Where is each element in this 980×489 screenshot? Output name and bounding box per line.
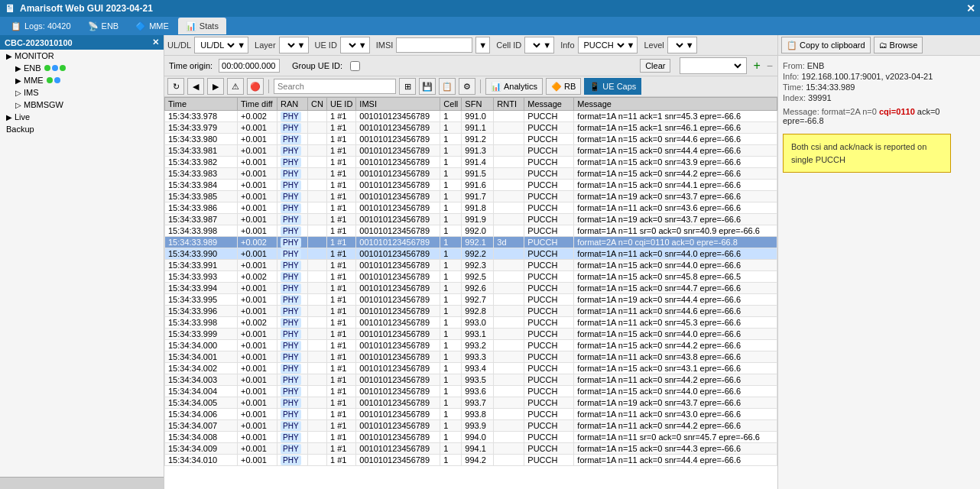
refresh-button[interactable]: ↻ [167, 78, 184, 95]
table-row[interactable]: 15:34:33.979+0.001PHY1 #1001010123456789… [165, 122, 777, 134]
uudl-select[interactable]: UL/DLULDL ▼ [194, 37, 248, 53]
ueid-select-input[interactable] [343, 40, 359, 50]
tab-enb[interactable]: 📡 ENB [80, 18, 127, 34]
table-row[interactable]: 15:34:33.999+0.001PHY1 #1001010123456789… [165, 329, 777, 340]
imsi-select[interactable]: ▼ [475, 37, 490, 53]
table-cell [494, 180, 524, 191]
table-row[interactable]: 15:34:33.998+0.002PHY1 #1001010123456789… [165, 317, 777, 329]
col-header-imsi[interactable]: IMSI [356, 98, 440, 111]
table-cell: PUCCH [524, 397, 574, 409]
time-origin-input[interactable] [219, 59, 280, 73]
log-container[interactable]: Time Time diff RAN CN UE ID IMSI Cell SF… [164, 97, 777, 489]
table-row[interactable]: 15:34:34.007+0.001PHY1 #1001010123456789… [165, 420, 777, 432]
tab-logs-label: Logs: 40420 [24, 21, 71, 31]
table-row[interactable]: 15:34:33.982+0.001PHY1 #1001010123456789… [165, 157, 777, 168]
table-row[interactable]: 15:34:34.010+0.001PHY1 #1001010123456789… [165, 455, 777, 466]
table-row[interactable]: 15:34:34.009+0.001PHY1 #1001010123456789… [165, 443, 777, 455]
table-row[interactable]: 15:34:33.998+0.001PHY1 #1001010123456789… [165, 225, 777, 237]
search-input[interactable] [274, 79, 396, 94]
table-row[interactable]: 15:34:33.989+0.002PHY1 #1001010123456789… [165, 237, 777, 248]
sidebar-close-icon[interactable]: ✕ [152, 37, 159, 47]
table-row[interactable]: 15:34:33.995+0.001PHY1 #1001010123456789… [165, 294, 777, 306]
uecaps-button[interactable]: 📱 UE Caps [584, 78, 641, 95]
table-row[interactable]: 15:34:34.000+0.001PHY1 #1001010123456789… [165, 340, 777, 351]
tab-stats[interactable]: 📊 Stats [178, 18, 226, 34]
tab-mme[interactable]: 🔷 MME [128, 18, 177, 34]
table-row[interactable]: 15:34:33.984+0.001PHY1 #1001010123456789… [165, 180, 777, 191]
remove-filter-button[interactable]: − [767, 60, 773, 72]
col-header-ueid[interactable]: UE ID [327, 98, 356, 111]
sidebar-item-ims[interactable]: ▷ IMS [0, 86, 164, 99]
download-button[interactable]: 💾 [419, 78, 436, 95]
copy-to-clipboard-button[interactable]: 📋 Copy to clipboard [781, 37, 871, 53]
layer-select[interactable]: ▼ [279, 37, 309, 53]
close-button[interactable]: ✕ [966, 2, 975, 15]
col-header-cn[interactable]: CN [308, 98, 327, 111]
table-cell: +0.001 [238, 443, 277, 455]
level-select[interactable]: ▼ [667, 37, 697, 53]
table-row[interactable]: 15:34:33.991+0.001PHY1 #1001010123456789… [165, 260, 777, 271]
col-header-time[interactable]: Time [165, 98, 238, 111]
table-cell: 993.6 [462, 386, 494, 397]
add-filter-button[interactable]: + [753, 60, 760, 72]
info-select[interactable]: PUCCH ▼ [578, 37, 638, 53]
clear-button[interactable]: Clear [640, 59, 670, 73]
imsi-input[interactable] [396, 37, 472, 53]
col-header-timediff[interactable]: Time diff [238, 98, 277, 111]
col-header-message[interactable]: Message [574, 98, 777, 111]
tab-logs[interactable]: 📋 Logs: 40420 [3, 18, 79, 34]
table-row[interactable]: 15:34:33.996+0.001PHY1 #1001010123456789… [165, 306, 777, 317]
table-row[interactable]: 15:34:33.978+0.002PHY1 #1001010123456789… [165, 111, 777, 122]
table-row[interactable]: 15:34:34.002+0.001PHY1 #1001010123456789… [165, 363, 777, 374]
rb-button[interactable]: 🔶 RB [546, 78, 581, 95]
sidebar-item-live[interactable]: ▶ Live [0, 111, 164, 123]
table-row[interactable]: 15:34:34.005+0.001PHY1 #1001010123456789… [165, 397, 777, 409]
uudl-select-input[interactable]: UL/DLULDL [197, 40, 237, 50]
col-header-rnti[interactable]: RNTI [494, 98, 524, 111]
sidebar-item-monitor[interactable]: ▶ MONITOR [0, 50, 164, 62]
level-select-input[interactable] [670, 40, 686, 50]
layer-select-input[interactable] [282, 40, 297, 50]
group-ueid-checkbox[interactable] [350, 61, 360, 71]
prev-button[interactable]: ◀ [187, 78, 204, 95]
sidebar-item-mme[interactable]: ▶ MME [0, 74, 164, 86]
sidebar-item-enb[interactable]: ▶ ENB [0, 62, 164, 74]
col-header-msg[interactable]: Message [524, 98, 574, 111]
table-row[interactable]: 15:34:33.994+0.001PHY1 #1001010123456789… [165, 283, 777, 294]
table-row[interactable]: 15:34:33.987+0.001PHY1 #1001010123456789… [165, 214, 777, 225]
table-cell: 15:34:34.002 [165, 363, 238, 374]
analytics-button[interactable]: 📊 Analytics [485, 78, 543, 95]
sidebar-item-mbmsgw[interactable]: ▷ MBMSGW [0, 99, 164, 111]
cellid-select-input[interactable] [527, 40, 543, 50]
table-row[interactable]: 15:34:33.985+0.001PHY1 #1001010123456789… [165, 191, 777, 202]
col-header-sfn[interactable]: SFN [462, 98, 494, 111]
table-row[interactable]: 15:34:34.008+0.001PHY1 #1001010123456789… [165, 432, 777, 443]
table-row[interactable]: 15:34:33.981+0.001PHY1 #1001010123456789… [165, 145, 777, 157]
browse-button[interactable]: 🗂 Browse [874, 37, 923, 53]
pause-button[interactable]: ⚠ [227, 78, 244, 95]
table-row[interactable]: 15:34:33.980+0.001PHY1 #1001010123456789… [165, 134, 777, 145]
col-header-ran[interactable]: RAN [277, 98, 308, 111]
table-row[interactable]: 15:34:33.990+0.001PHY1 #1001010123456789… [165, 248, 777, 260]
table-row[interactable]: 15:34:34.004+0.001PHY1 #1001010123456789… [165, 386, 777, 397]
filter-select[interactable] [680, 57, 747, 74]
table-row[interactable]: 15:34:34.006+0.001PHY1 #1001010123456789… [165, 409, 777, 420]
settings-button[interactable]: ⚙ [459, 78, 475, 95]
table-row[interactable]: 15:34:33.983+0.001PHY1 #1001010123456789… [165, 168, 777, 180]
cellid-select[interactable]: ▼ [524, 37, 554, 53]
table-cell: 15:34:33.998 [165, 225, 238, 237]
copy-button[interactable]: 📋 [439, 78, 456, 95]
info-select-input[interactable]: PUCCH [581, 40, 627, 50]
table-row[interactable]: 15:34:34.003+0.001PHY1 #1001010123456789… [165, 374, 777, 386]
filter-select-input[interactable] [683, 60, 744, 71]
next-button[interactable]: ▶ [207, 78, 224, 95]
filter-button[interactable]: 🔴 [247, 78, 264, 95]
sidebar-item-backup[interactable]: Backup [0, 123, 164, 135]
col-header-cell[interactable]: Cell [440, 98, 462, 111]
table-icon-button[interactable]: ⊞ [399, 78, 416, 95]
table-cell: 001010123456789 [356, 202, 440, 214]
table-row[interactable]: 15:34:33.993+0.002PHY1 #1001010123456789… [165, 271, 777, 283]
table-row[interactable]: 15:34:33.986+0.001PHY1 #1001010123456789… [165, 202, 777, 214]
table-row[interactable]: 15:34:34.001+0.001PHY1 #1001010123456789… [165, 351, 777, 363]
ueid-select[interactable]: ▼ [340, 37, 370, 53]
